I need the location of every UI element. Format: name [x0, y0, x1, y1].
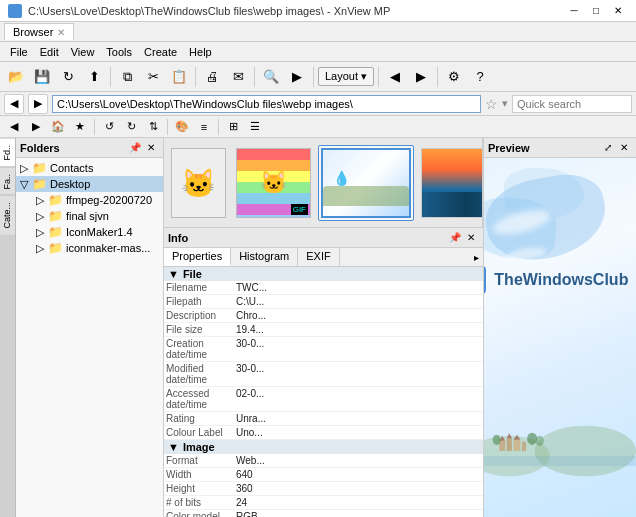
tb-zoom-in-btn[interactable]: 🔍: [259, 65, 283, 89]
tb-cut-btn[interactable]: ✂: [141, 65, 165, 89]
info-title: Info: [168, 232, 447, 244]
tab-histogram[interactable]: Histogram: [231, 248, 298, 266]
menu-help[interactable]: Help: [183, 44, 218, 60]
folder-item-desktop[interactable]: ▽ 📁 Desktop: [16, 176, 163, 192]
expand-icon[interactable]: ▷: [36, 210, 46, 223]
addressbar: ◀ ▶ ☆ ▾: [0, 92, 636, 116]
browser-tab-close[interactable]: ✕: [57, 27, 65, 38]
tab-properties[interactable]: Properties: [164, 248, 231, 266]
tb-open-btn[interactable]: 📂: [4, 65, 28, 89]
tb2-star-btn[interactable]: ★: [70, 118, 90, 136]
info-key-width: Width: [166, 469, 236, 480]
thumb-image-0: 🐱: [171, 148, 226, 218]
folder-item-iconmaker-mas[interactable]: ▷ 📁 iconmaker-mas...: [16, 240, 163, 256]
preview-close-btn[interactable]: ✕: [616, 140, 632, 156]
image-section-header[interactable]: ▼ Image: [164, 440, 483, 454]
search-input[interactable]: [512, 95, 632, 113]
tb2-list-btn[interactable]: ☰: [245, 118, 265, 136]
info-row-format: Format Web...: [164, 454, 483, 468]
tb2-rotate-right-btn[interactable]: ↻: [121, 118, 141, 136]
tb-print-btn[interactable]: 🖨: [200, 65, 224, 89]
info-row-filepath: Filepath C:\U...: [164, 295, 483, 309]
folders-close-btn[interactable]: ✕: [143, 140, 159, 156]
address-input[interactable]: [52, 95, 481, 113]
back-button[interactable]: ◀: [4, 94, 24, 114]
favorite-icon[interactable]: ☆: [485, 96, 498, 112]
tb-mail-btn[interactable]: ✉: [226, 65, 250, 89]
folder-item-ffmpeg[interactable]: ▷ 📁 ffmpeg-20200720: [16, 192, 163, 208]
thumb-image-1: 🐱 GIF: [236, 148, 311, 218]
menu-create[interactable]: Create: [138, 44, 183, 60]
folder-item-contacts[interactable]: ▷ 📁 Contacts: [16, 160, 163, 176]
tb-sep-4: [313, 67, 314, 87]
forward-button[interactable]: ▶: [28, 94, 48, 114]
folder-label: ffmpeg-20200720: [66, 194, 152, 206]
info-expand-btn[interactable]: ▸: [470, 248, 483, 266]
expand-icon[interactable]: ▷: [36, 242, 46, 255]
close-button[interactable]: ✕: [608, 3, 628, 19]
folder-item-final-sjvn[interactable]: ▷ 📁 final sjvn: [16, 208, 163, 224]
tb2-color-btn[interactable]: 🎨: [172, 118, 192, 136]
info-key-bits: # of bits: [166, 497, 236, 508]
browser-tab-bar: Browser ✕: [0, 22, 636, 42]
tb-copy-btn[interactable]: ⧉: [115, 65, 139, 89]
tab-exif[interactable]: EXIF: [298, 248, 339, 266]
menu-tools[interactable]: Tools: [100, 44, 138, 60]
tb2-rotate-left-btn[interactable]: ↺: [99, 118, 119, 136]
tb-settings-btn[interactable]: ⚙: [442, 65, 466, 89]
tb2-fwd-btn[interactable]: ▶: [26, 118, 46, 136]
menu-edit[interactable]: Edit: [34, 44, 65, 60]
layout-button[interactable]: Layout ▾: [318, 67, 374, 86]
expand-icon[interactable]: ▷: [36, 194, 46, 207]
svg-rect-12: [484, 456, 636, 466]
expand-icon[interactable]: ▽: [20, 178, 30, 191]
thumbnail-item-3[interactable]: [418, 145, 482, 221]
folders-panel: Folders 📌 ✕ ▷ 📁 Contacts ▽ 📁 Desktop ▷ 📁…: [16, 138, 164, 517]
info-row-colormodel: Color model RGB: [164, 510, 483, 517]
folder-icon: 📁: [48, 225, 63, 239]
dropdown-icon[interactable]: ▾: [502, 97, 508, 110]
menu-file[interactable]: File: [4, 44, 34, 60]
menu-view[interactable]: View: [65, 44, 101, 60]
tb-prev-btn[interactable]: ◀: [383, 65, 407, 89]
tb-refresh-btn[interactable]: ↻: [56, 65, 80, 89]
tb-paste-btn[interactable]: 📋: [167, 65, 191, 89]
minimize-button[interactable]: ─: [564, 3, 584, 19]
folders-pin-btn[interactable]: 📌: [127, 140, 143, 156]
svg-point-11: [536, 436, 544, 446]
expand-icon[interactable]: ▷: [36, 226, 46, 239]
left-tabs: Fd.. Fa.. Cate...: [0, 138, 16, 517]
tb2-sep: [94, 119, 95, 135]
left-tab-categories[interactable]: Cate...: [0, 195, 15, 235]
info-content: ▼ File Filename TWC... Filepath C:\U... …: [164, 267, 483, 517]
tb2-home-btn[interactable]: 🏠: [48, 118, 68, 136]
tb2-grid-btn[interactable]: ⊞: [223, 118, 243, 136]
tb-help-btn[interactable]: ?: [468, 65, 492, 89]
maximize-button[interactable]: □: [586, 3, 606, 19]
folder-label: final sjvn: [66, 210, 109, 222]
browser-tab[interactable]: Browser ✕: [4, 23, 74, 40]
thumbnail-item-0[interactable]: 🐱: [168, 145, 229, 221]
info-pin-btn[interactable]: 📌: [447, 230, 463, 246]
tb-sep-1: [110, 67, 111, 87]
folder-item-iconmaker[interactable]: ▷ 📁 IconMaker1.4: [16, 224, 163, 240]
preview-expand-btn[interactable]: ⤢: [600, 140, 616, 156]
folder-icon: 📁: [32, 161, 47, 175]
thumbnail-item-1[interactable]: 🐱 GIF: [233, 145, 314, 221]
tb2-filter-btn[interactable]: ≡: [194, 118, 214, 136]
tb-next-btn[interactable]: ▶: [409, 65, 433, 89]
left-tab-folders[interactable]: Fd..: [0, 138, 15, 167]
info-close-btn[interactable]: ✕: [463, 230, 479, 246]
tb-up-btn[interactable]: ⬆: [82, 65, 106, 89]
tb2-back-btn[interactable]: ◀: [4, 118, 24, 136]
file-section-header[interactable]: ▼ File: [164, 267, 483, 281]
left-tab-favorites[interactable]: Fa..: [0, 167, 15, 196]
thumbnail-item-2[interactable]: 💧: [318, 145, 414, 221]
tb2-flip-btn[interactable]: ⇅: [143, 118, 163, 136]
info-val-desc: Chro...: [236, 310, 266, 321]
tb-play-btn[interactable]: ▶: [285, 65, 309, 89]
tb-save-btn[interactable]: 💾: [30, 65, 54, 89]
expand-icon[interactable]: ▷: [20, 162, 30, 175]
folders-title: Folders: [20, 142, 127, 154]
titlebar: C:\Users\Love\Desktop\TheWindowsClub fil…: [0, 0, 636, 22]
